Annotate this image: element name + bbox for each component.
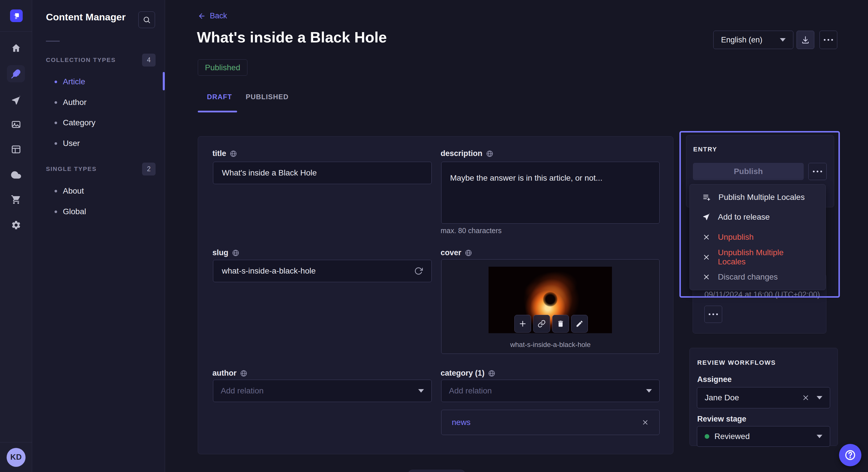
export-button[interactable]	[797, 31, 814, 49]
field-label-text: description	[441, 149, 483, 158]
tab-draft[interactable]: DRAFT	[207, 93, 232, 101]
field-label-text: author	[212, 369, 237, 378]
ellipsis-icon	[813, 171, 822, 172]
locale-value: English (en)	[721, 36, 763, 44]
scheduled-more-button[interactable]	[704, 306, 722, 323]
title-input[interactable]: What's inside a Black Hole	[213, 162, 432, 184]
description-textarea[interactable]: Maybe the answer is in this article, or …	[441, 162, 660, 224]
rail-home-button[interactable]	[0, 40, 32, 57]
field-label-text: cover	[441, 248, 461, 257]
sidebar-item-about[interactable]: About	[32, 181, 165, 201]
sidebar-item-author[interactable]: Author	[32, 92, 165, 113]
sidebar-item-article[interactable]: Article	[32, 71, 165, 92]
author-relation-select[interactable]: Add relation	[213, 380, 432, 402]
sidebar-item-global[interactable]: Global	[32, 201, 165, 222]
field-label-text: slug	[212, 248, 228, 257]
rail-content-type-builder-button[interactable]	[0, 141, 32, 158]
bullet-icon	[55, 142, 57, 145]
active-item-indicator	[163, 72, 165, 90]
assignee-value: Jane Doe	[705, 393, 739, 402]
slug-input-value: what-s-inside-a-black-hole	[222, 266, 414, 276]
strapi-logo-icon	[12, 11, 21, 20]
copy-link-button[interactable]	[533, 315, 550, 333]
rail-settings-button[interactable]	[0, 216, 32, 234]
remove-relation-button[interactable]	[642, 419, 649, 426]
menu-item-unpublish-multiple-locales[interactable]: Unpublish Multiple Locales	[690, 247, 826, 267]
user-avatar[interactable]: KD	[7, 448, 26, 467]
subnav-search-button[interactable]	[138, 11, 155, 28]
nav-item-label: User	[63, 139, 80, 148]
assignee-select[interactable]: Jane Doe	[697, 387, 830, 408]
arrow-left-icon	[198, 12, 206, 20]
close-icon	[802, 394, 810, 402]
section-label: SINGLE TYPES	[46, 165, 97, 172]
review-workflows-heading: REVIEW WORKFLOWS	[697, 359, 776, 367]
title-field-label: title	[212, 149, 237, 158]
menu-item-publish-multiple-locales[interactable]: Publish Multiple Locales	[690, 187, 826, 207]
active-tab-underline	[198, 111, 237, 112]
entry-more-button[interactable]	[808, 163, 827, 180]
rail-releases-button[interactable]	[0, 92, 32, 109]
add-asset-button[interactable]	[515, 315, 531, 333]
menu-item-label: Unpublish Multiple Locales	[718, 248, 813, 266]
scheduled-date: 09/11/2024 at 16:00 (UTC+02:00)	[704, 290, 820, 299]
section-count-badge: 4	[142, 54, 156, 67]
close-icon	[642, 419, 649, 426]
gear-icon	[11, 220, 21, 230]
rail-deploy-button[interactable]	[0, 166, 32, 183]
strapi-logo[interactable]	[10, 9, 23, 22]
bullet-icon	[55, 122, 57, 124]
section-count-badge: 2	[142, 163, 156, 175]
subnav-divider	[46, 41, 60, 42]
tab-published[interactable]: PUBLISHED	[246, 93, 288, 101]
menu-item-add-to-release[interactable]: Add to release	[690, 207, 826, 227]
locale-select[interactable]: English (en)	[713, 31, 794, 49]
category-relation-select[interactable]: Add relation	[441, 380, 660, 402]
menu-item-discard-changes[interactable]: Discard changes	[690, 267, 826, 287]
page-title: What's inside a Black Hole	[197, 29, 387, 46]
cover-field-label: cover	[441, 248, 472, 257]
subnav-title: Content Manager	[46, 11, 126, 23]
title-input-value: What's inside a Black Hole	[222, 168, 317, 177]
globe-icon	[232, 249, 239, 257]
publish-button[interactable]: Publish	[693, 163, 804, 180]
rail-marketplace-button[interactable]	[0, 191, 32, 208]
menu-item-label: Publish Multiple Locales	[718, 193, 805, 202]
edit-asset-button[interactable]	[571, 315, 588, 333]
field-label-text: category (1)	[441, 369, 485, 378]
rail-media-library-button[interactable]	[0, 116, 32, 133]
sidebar-item-category[interactable]: Category	[32, 112, 165, 133]
globe-icon	[486, 150, 493, 158]
trash-icon	[557, 320, 565, 328]
cross-icon	[702, 273, 710, 281]
clear-assignee-button[interactable]	[802, 394, 810, 402]
feather-icon	[11, 69, 21, 79]
relation-news-link[interactable]: news	[452, 418, 470, 427]
rail-header	[0, 0, 32, 32]
help-button[interactable]	[839, 444, 861, 466]
slug-input[interactable]: what-s-inside-a-black-hole	[213, 260, 432, 282]
plus-icon	[518, 319, 527, 328]
nav-item-label: Category	[63, 118, 96, 127]
author-field-label: author	[212, 369, 247, 378]
bottom-peek-element	[408, 470, 466, 472]
cover-image-toolbar	[515, 315, 588, 333]
rail-content-manager-button[interactable]	[7, 65, 25, 82]
ellipsis-icon	[824, 39, 833, 41]
assignee-label: Assignee	[697, 375, 732, 384]
back-link[interactable]: Back	[198, 11, 227, 20]
header-more-button[interactable]	[819, 31, 837, 49]
back-label: Back	[210, 11, 227, 20]
delete-asset-button[interactable]	[552, 315, 569, 333]
review-stage-select[interactable]: Reviewed	[697, 426, 830, 447]
sidebar-item-user[interactable]: User	[32, 133, 165, 154]
description-field-label: description	[441, 149, 493, 158]
review-stage-label: Review stage	[697, 415, 746, 424]
regenerate-icon[interactable]	[414, 267, 423, 275]
menu-item-unpublish[interactable]: Unpublish	[690, 227, 826, 247]
cross-icon	[702, 253, 710, 261]
bullet-icon	[55, 190, 57, 193]
nav-item-label: Article	[63, 77, 85, 86]
nav-item-label: About	[63, 187, 84, 196]
nav-item-label: Global	[63, 207, 86, 216]
